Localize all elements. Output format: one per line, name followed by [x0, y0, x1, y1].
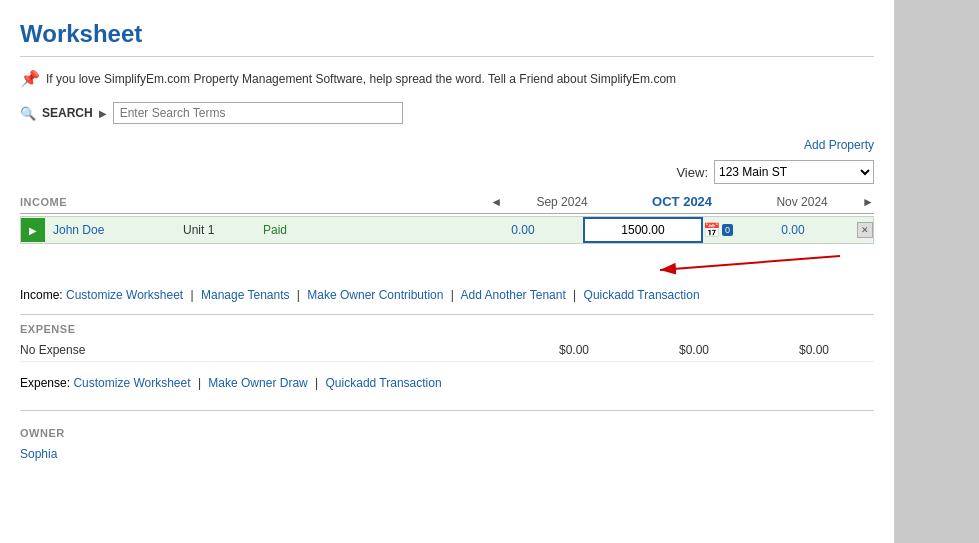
search-icon: 🔍: [20, 106, 36, 121]
expense-section-label: EXPENSE: [20, 314, 874, 339]
tenant-name[interactable]: John Doe: [45, 219, 175, 241]
next-amount-link[interactable]: 0.00: [781, 223, 804, 237]
next-month-label: Nov 2024: [742, 195, 862, 209]
prev-amount-link[interactable]: 0.00: [511, 223, 534, 237]
manage-tenants-link[interactable]: Manage Tenants: [201, 288, 290, 302]
pin-icon: 📌: [20, 69, 40, 88]
red-arrow-svg: [600, 248, 850, 276]
search-label: SEARCH: [42, 106, 93, 120]
sep5: |: [198, 376, 201, 390]
next-month-arrow[interactable]: ►: [862, 195, 874, 209]
row-close-button[interactable]: ✕: [857, 222, 873, 238]
owner-section: OWNER Sophia: [20, 410, 874, 465]
income-action-links: Income: Customize Worksheet | Manage Ten…: [20, 282, 874, 314]
svg-line-1: [660, 256, 840, 270]
expense-action-links: Expense: Customize Worksheet | Make Owne…: [20, 370, 874, 402]
search-bar: 🔍 SEARCH ▶: [20, 96, 874, 134]
current-amount-value: 1500.00: [621, 223, 664, 237]
current-month-label: OCT 2024: [622, 194, 742, 209]
add-another-tenant-link[interactable]: Add Another Tenant: [461, 288, 566, 302]
unit-label: Unit 1: [175, 219, 255, 241]
expense-prefix: Expense:: [20, 376, 70, 390]
income-table-row: ▶ John Doe Unit 1 Paid 0.00 1500.00 📅 0 …: [20, 216, 874, 244]
sep1: |: [191, 288, 194, 302]
expense-customize-link[interactable]: Customize Worksheet: [73, 376, 190, 390]
prev-month-amount[interactable]: 0.00: [463, 219, 583, 241]
expense-quickadd-link[interactable]: Quickadd Transaction: [326, 376, 442, 390]
view-row: View: 123 Main ST: [20, 160, 874, 194]
add-property-link[interactable]: Add Property: [804, 138, 874, 152]
search-input[interactable]: [113, 102, 403, 124]
make-owner-draw-link[interactable]: Make Owner Draw: [208, 376, 307, 390]
income-section-label: INCOME: [20, 196, 67, 208]
income-prefix: Income:: [20, 288, 63, 302]
expense-current-amount: $0.00: [634, 343, 754, 357]
owner-name[interactable]: Sophia: [20, 443, 874, 465]
title-divider: [20, 56, 874, 57]
sidebar: [895, 0, 979, 543]
payment-status: Paid: [255, 219, 463, 241]
current-month-amount[interactable]: 1500.00: [583, 217, 703, 243]
cell-icons-area: 📅 0: [703, 222, 733, 238]
expense-row: No Expense $0.00 $0.00 $0.00: [20, 339, 874, 362]
calendar-icon[interactable]: 📅: [703, 222, 720, 238]
income-customize-link[interactable]: Customize Worksheet: [66, 288, 183, 302]
promo-bar: 📌 If you love SimplifyEm.com Property Ma…: [20, 65, 874, 96]
page-title: Worksheet: [20, 10, 874, 56]
make-owner-contribution-link[interactable]: Make Owner Contribution: [307, 288, 443, 302]
top-controls: Add Property: [20, 134, 874, 160]
months-header: ◄ Sep 2024 OCT 2024 Nov 2024 ►: [67, 194, 874, 209]
row-expand-button[interactable]: ▶: [21, 218, 45, 242]
sep2: |: [297, 288, 300, 302]
expense-next-amount: $0.00: [754, 343, 874, 357]
arrow-annotation: [20, 248, 874, 278]
prev-month-label: Sep 2024: [502, 195, 622, 209]
income-section-header: INCOME ◄ Sep 2024 OCT 2024 Nov 2024 ►: [20, 194, 874, 214]
prev-month-arrow[interactable]: ◄: [490, 195, 502, 209]
view-label: View:: [676, 165, 708, 180]
income-quickadd-link[interactable]: Quickadd Transaction: [584, 288, 700, 302]
no-expense-label: No Expense: [20, 343, 514, 357]
sep4: |: [573, 288, 576, 302]
zero-badge: 0: [722, 224, 733, 236]
sep6: |: [315, 376, 318, 390]
view-select[interactable]: 123 Main ST: [714, 160, 874, 184]
expense-prev-amount: $0.00: [514, 343, 634, 357]
search-expand-arrow[interactable]: ▶: [99, 108, 107, 119]
promo-text: If you love SimplifyEm.com Property Mana…: [46, 72, 676, 86]
sep3: |: [451, 288, 454, 302]
owner-section-label: OWNER: [20, 419, 874, 443]
next-month-amount[interactable]: 0.00: [733, 219, 853, 241]
